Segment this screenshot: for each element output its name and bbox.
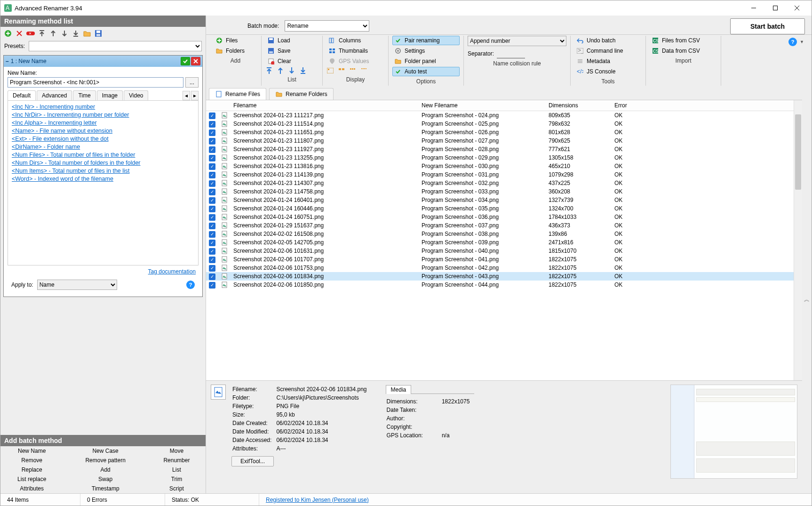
row-checkbox[interactable] (209, 180, 215, 187)
collision-rule-select[interactable]: Append number (468, 36, 566, 46)
close-button[interactable] (786, 0, 808, 16)
tab-nav-left[interactable]: ◂ (183, 91, 190, 100)
batch-method-renumber[interactable]: Renumber (148, 456, 206, 465)
sort-down-icon[interactable] (288, 67, 295, 74)
method-ok-icon[interactable] (181, 57, 190, 65)
delete-method-icon[interactable] (15, 29, 24, 38)
file-grid[interactable]: Filename New Filename Dimensions Error S… (206, 100, 794, 380)
col-dimensions[interactable]: Dimensions (546, 100, 612, 111)
maximize-button[interactable] (764, 0, 786, 16)
table-row[interactable]: Screenshot 2024-01-23 111807.png Program… (206, 137, 794, 145)
tab-rename-folders[interactable]: Rename Folders (269, 88, 334, 100)
import-data-csv-button[interactable]: csvData from CSV (650, 46, 717, 56)
batch-method-add[interactable]: Add (63, 465, 148, 474)
tag-link[interactable]: <Num Files> - Total number of files in t… (10, 151, 196, 159)
batch-method-attributes[interactable]: Attributes (0, 484, 63, 493)
row-checkbox[interactable] (209, 223, 215, 229)
options-folder-panel-button[interactable]: Folder panel (392, 56, 460, 66)
tag-link[interactable]: <Name> - File name without extension (10, 127, 196, 135)
table-row[interactable]: Screenshot 2024-01-23 111514.png Program… (206, 120, 794, 128)
table-row[interactable]: Screenshot 2024-01-23 113255.png Program… (206, 153, 794, 162)
table-row[interactable]: Screenshot 2024-02-06 101850.png Program… (206, 281, 794, 289)
col-newfilename[interactable]: New Filename (419, 100, 546, 111)
row-checkbox[interactable] (209, 231, 215, 238)
tab-video[interactable]: Video (124, 90, 148, 100)
row-checkbox[interactable] (209, 265, 215, 272)
batch-method-new-name[interactable]: New Name (0, 446, 63, 456)
row-checkbox[interactable] (209, 112, 215, 119)
apply-to-select[interactable]: Name (37, 280, 117, 290)
sort-up-icon[interactable] (277, 67, 284, 74)
media-tab[interactable]: Media (386, 385, 412, 394)
batch-method-swap[interactable]: Swap (63, 474, 148, 484)
options-pair-renaming-toggle[interactable]: Pair renaming (392, 36, 460, 45)
start-batch-button[interactable]: Start batch (730, 18, 805, 34)
batch-method-new-case[interactable]: New Case (63, 446, 148, 456)
tools-cmdline-button[interactable]: >_Command line (574, 46, 642, 56)
table-row[interactable]: Screenshot 2024-01-24 160751.png Program… (206, 213, 794, 221)
new-name-browse-button[interactable]: ... (185, 77, 199, 88)
batch-method-list[interactable]: List (148, 465, 206, 474)
view2-icon[interactable] (338, 67, 345, 74)
clear-methods-icon[interactable] (26, 29, 35, 38)
sort-bottom-icon[interactable] (299, 67, 307, 74)
tag-link[interactable]: <Inc Alpha> - Incrementing letter (10, 119, 196, 127)
row-checkbox[interactable] (209, 197, 215, 204)
table-row[interactable]: Screenshot 2024-01-24 160446.png Program… (206, 204, 794, 213)
row-checkbox[interactable] (209, 248, 215, 255)
row-checkbox[interactable] (209, 257, 215, 263)
table-row[interactable]: Screenshot 2024-02-02 161508.png Program… (206, 230, 794, 238)
col-error[interactable]: Error (612, 100, 794, 111)
tag-link[interactable]: <Word> - Indexed word of the filename (10, 175, 196, 183)
row-checkbox[interactable] (209, 121, 215, 128)
minimize-button[interactable] (743, 0, 764, 16)
table-row[interactable]: Screenshot 2024-01-23 111217.png Program… (206, 111, 794, 120)
table-row[interactable]: Screenshot 2024-02-06 101834.png Program… (206, 272, 794, 281)
list-clear-button[interactable]: Clear (265, 56, 318, 66)
tab-rename-files[interactable]: Rename Files (209, 88, 266, 100)
row-checkbox[interactable] (209, 146, 215, 153)
row-checkbox[interactable] (209, 155, 215, 161)
method-titlebar[interactable]: – 1 : New Name (4, 56, 202, 67)
tab-image[interactable]: Image (97, 90, 123, 100)
tag-link[interactable]: <Ext> - File extension without the dot (10, 135, 196, 143)
row-checkbox[interactable] (209, 273, 215, 280)
sort-top-icon[interactable] (265, 67, 273, 74)
add-method-icon[interactable] (3, 29, 13, 38)
tag-link[interactable]: <Inc Nr> - Incrementing number (10, 103, 196, 111)
separator-input[interactable] (497, 49, 525, 58)
table-row[interactable]: Screenshot 2024-01-23 111927.png Program… (206, 145, 794, 153)
row-checkbox[interactable] (209, 282, 215, 289)
presets-combo[interactable] (29, 41, 202, 51)
add-files-button[interactable]: Files (214, 36, 257, 45)
list-save-button[interactable]: Save (265, 46, 318, 56)
move-top-icon[interactable] (37, 29, 47, 38)
display-gps-button[interactable]: GPS Values (326, 56, 384, 66)
registration-link[interactable]: Registered to Kim Jensen (Personal use) (266, 497, 369, 503)
batch-method-timestamp[interactable]: Timestamp (63, 484, 148, 493)
row-checkbox[interactable] (209, 172, 215, 178)
batch-method-replace[interactable]: Replace (0, 465, 63, 474)
col-filename[interactable]: Filename (231, 100, 419, 111)
row-checkbox[interactable] (209, 240, 215, 246)
row-checkbox[interactable] (209, 214, 215, 221)
tools-jsconsole-button[interactable]: </>JS Console (574, 67, 642, 76)
tag-link[interactable]: <Num Items> - Total number of files in t… (10, 167, 196, 175)
view4-icon[interactable] (360, 67, 368, 74)
vertical-scrollbar[interactable] (794, 100, 802, 380)
options-auto-test-toggle[interactable]: Auto test (392, 67, 460, 76)
move-bottom-icon[interactable] (71, 29, 80, 38)
batch-mode-select[interactable]: Rename (285, 20, 369, 32)
collapse-icon[interactable]: – (6, 58, 9, 64)
display-thumbnails-button[interactable]: Thumbnails (326, 46, 384, 56)
table-row[interactable]: Screenshot 2024-01-23 114139.png Program… (206, 170, 794, 179)
table-row[interactable]: Screenshot 2024-01-23 111651.png Program… (206, 128, 794, 137)
tools-undo-button[interactable]: Undo batch (574, 36, 642, 45)
expand-panel-button[interactable]: ︽ (802, 87, 812, 493)
ribbon-help-dropdown-icon[interactable]: ▼ (800, 40, 804, 44)
ribbon-help-icon[interactable]: ? (788, 38, 797, 46)
add-folders-button[interactable]: Folders (214, 46, 257, 56)
batch-method-move[interactable]: Move (148, 446, 206, 456)
tools-metadata-button[interactable]: Metadata (574, 56, 642, 66)
row-checkbox[interactable] (209, 206, 215, 212)
